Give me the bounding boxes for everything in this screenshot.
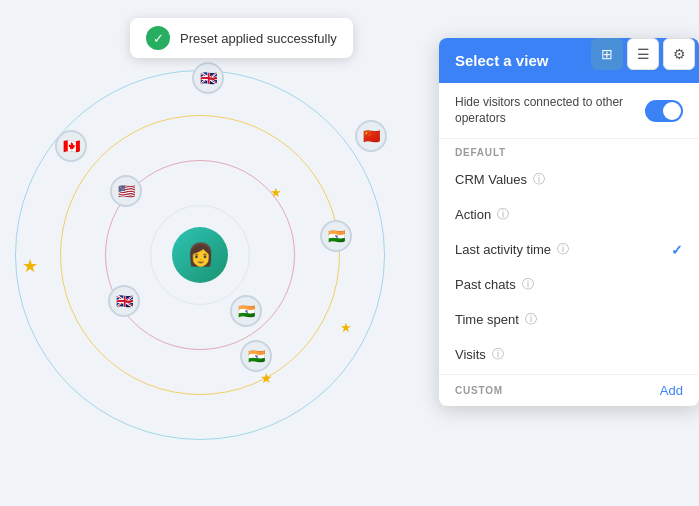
- menu-item-visits[interactable]: Visits ⓘ: [439, 337, 699, 372]
- menu-item-past-chats[interactable]: Past chats ⓘ: [439, 267, 699, 302]
- last-activity-label: Last activity time: [455, 242, 551, 257]
- star-decoration: ★: [260, 370, 273, 386]
- past-chats-label: Past chats: [455, 277, 516, 292]
- crm-values-label: CRM Values: [455, 172, 527, 187]
- toast-message: Preset applied successfully: [180, 31, 337, 46]
- hide-visitors-toggle-row: Hide visitors connected to other operato…: [439, 83, 699, 139]
- panel-title: Select a view: [455, 52, 548, 69]
- default-section-label: DEFAULT: [439, 139, 699, 162]
- visitor-node: 🇺🇸: [110, 175, 142, 207]
- visitor-node: 🇮🇳: [240, 340, 272, 372]
- center-avatar: 👩: [172, 227, 228, 283]
- star-decoration: ★: [270, 185, 282, 200]
- custom-section-label: CUSTOM: [455, 385, 503, 396]
- panel-toolbar: ⊞ ☰ ⚙: [591, 38, 695, 70]
- toast-notification: ✓ Preset applied successfully: [130, 18, 353, 58]
- visits-info-icon[interactable]: ⓘ: [492, 346, 504, 363]
- menu-item-last-activity[interactable]: Last activity time ⓘ ✓: [439, 232, 699, 267]
- visitor-node: 🇮🇳: [320, 220, 352, 252]
- settings-button[interactable]: ⚙: [663, 38, 695, 70]
- list-view-button[interactable]: ☰: [627, 38, 659, 70]
- hide-visitors-toggle[interactable]: [645, 100, 683, 122]
- toggle-label: Hide visitors connected to other operato…: [455, 95, 625, 126]
- visitor-node: 🇨🇳: [355, 120, 387, 152]
- visits-label: Visits: [455, 347, 486, 362]
- action-info-icon[interactable]: ⓘ: [497, 206, 509, 223]
- time-spent-label: Time spent: [455, 312, 519, 327]
- visitor-node: 🇨🇦: [55, 130, 87, 162]
- action-label: Action: [455, 207, 491, 222]
- add-button[interactable]: Add: [660, 383, 683, 398]
- last-activity-check-icon: ✓: [671, 242, 683, 258]
- menu-item-crm-values[interactable]: CRM Values ⓘ: [439, 162, 699, 197]
- visitor-node: 🇬🇧: [108, 285, 140, 317]
- visitor-node: 🇬🇧: [192, 62, 224, 94]
- menu-item-action[interactable]: Action ⓘ: [439, 197, 699, 232]
- grid-view-button[interactable]: ⊞: [591, 38, 623, 70]
- menu-item-time-spent[interactable]: Time spent ⓘ: [439, 302, 699, 337]
- crm-values-info-icon[interactable]: ⓘ: [533, 171, 545, 188]
- last-activity-info-icon[interactable]: ⓘ: [557, 241, 569, 258]
- star-decoration: ★: [340, 320, 352, 335]
- custom-section: CUSTOM Add: [439, 374, 699, 406]
- star-decoration: ★: [22, 255, 38, 277]
- past-chats-info-icon[interactable]: ⓘ: [522, 276, 534, 293]
- time-spent-info-icon[interactable]: ⓘ: [525, 311, 537, 328]
- select-view-panel: Select a view Hide visitors connected to…: [439, 38, 699, 406]
- visitor-node: 🇮🇳: [230, 295, 262, 327]
- toast-check-icon: ✓: [146, 26, 170, 50]
- radar-container: 👩 🇬🇧 🇨🇦 🇺🇸 🇬🇧 🇮🇳 🇮🇳 🇨🇳 🇮🇳 ★ ★ ★ ★: [0, 0, 430, 506]
